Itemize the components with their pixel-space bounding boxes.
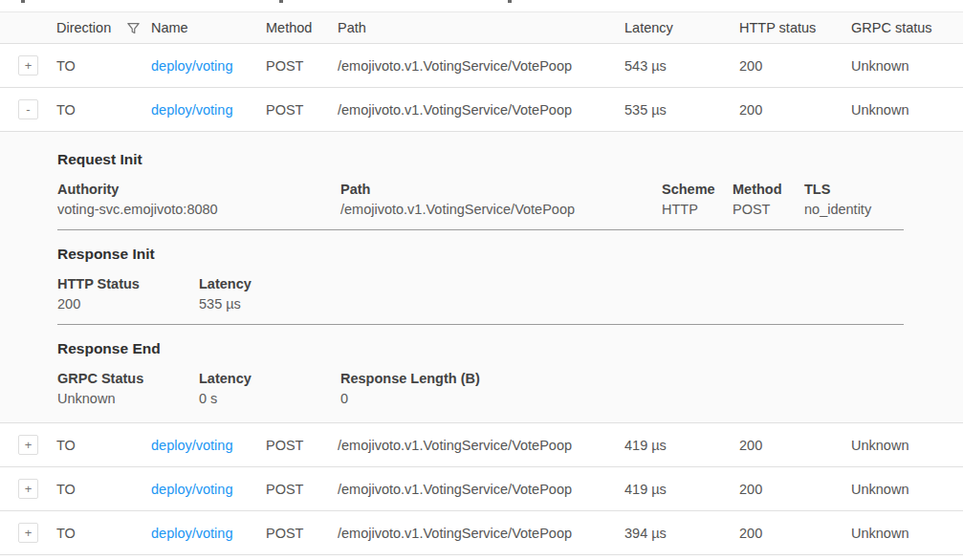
tap-results-page: Direction Name Method Path Latency HTTP …	[0, 0, 963, 560]
field-http-status: HTTP Status 200	[57, 276, 199, 312]
expander-cell: -	[0, 99, 56, 119]
grpc-status-cell: Unknown	[851, 102, 963, 118]
section-title: Response Init	[57, 246, 904, 263]
row-detail-panel: Request Init Authority voting-svc.emojiv…	[0, 132, 963, 423]
field-grpc-status: GRPC Status Unknown	[57, 371, 199, 406]
field-label: GRPC Status	[57, 371, 199, 386]
table-row: + TO deploy/voting POST /emojivoto.v1.Vo…	[0, 467, 963, 511]
clipped-glyph	[508, 0, 512, 3]
field-label: Authority	[57, 182, 340, 197]
field-authority: Authority voting-svc.emojivoto:8080	[57, 182, 340, 217]
http-status-cell: 200	[739, 102, 851, 118]
field-path: Path /emojivoto.v1.VotingService/VotePoo…	[340, 182, 662, 217]
field-label: HTTP Status	[57, 276, 199, 291]
clipped-glyph	[21, 0, 25, 3]
path-cell: /emojivoto.v1.VotingService/VotePoop	[338, 58, 624, 74]
direction-cell: TO	[56, 438, 151, 453]
field-tls: TLS no_identity	[804, 182, 904, 217]
field-label: Latency	[199, 371, 340, 386]
resource-link[interactable]: deploy/voting	[151, 438, 232, 453]
table-header-row: Direction Name Method Path Latency HTTP …	[0, 11, 963, 44]
field-label: TLS	[804, 182, 904, 197]
latency-cell: 419 µs	[624, 438, 739, 453]
table-row: + TO deploy/voting POST /emojivoto.v1.Vo…	[0, 44, 963, 88]
expander-cell: +	[0, 479, 56, 499]
field-response-length: Response Length (B) 0	[340, 371, 904, 406]
resource-link[interactable]: deploy/voting	[151, 58, 232, 74]
http-status-cell: 200	[739, 58, 851, 74]
column-header-direction-label: Direction	[56, 20, 111, 35]
expander-cell: +	[0, 523, 56, 543]
column-header-latency: Latency	[624, 20, 739, 35]
field-value: 535 µs	[199, 296, 904, 312]
column-header-direction: Direction	[56, 20, 151, 35]
field-value: voting-svc.emojivoto:8080	[57, 202, 340, 217]
path-cell: /emojivoto.v1.VotingService/VotePoop	[338, 526, 624, 541]
expand-row-button[interactable]: +	[18, 55, 38, 75]
field-label: Method	[733, 182, 804, 197]
latency-cell: 394 µs	[624, 526, 739, 541]
http-status-cell: 200	[739, 438, 851, 453]
method-cell: POST	[266, 102, 338, 118]
latency-cell: 535 µs	[624, 102, 739, 118]
table-row-expanded: - TO deploy/voting POST /emojivoto.v1.Vo…	[0, 88, 963, 132]
grpc-status-cell: Unknown	[851, 482, 963, 497]
method-cell: POST	[266, 526, 338, 541]
direction-cell: TO	[56, 58, 151, 74]
resource-link[interactable]: deploy/voting	[151, 482, 232, 497]
clipped-glyph	[279, 0, 283, 3]
table-row: + TO deploy/voting POST /emojivoto.v1.Vo…	[0, 423, 963, 467]
section-title: Request Init	[57, 151, 904, 168]
path-cell: /emojivoto.v1.VotingService/VotePoop	[338, 102, 624, 118]
field-value: HTTP	[662, 202, 733, 217]
field-latency: Latency 0 s	[199, 371, 340, 406]
column-header-http-status: HTTP status	[739, 20, 851, 35]
request-init-section: Request Init Authority voting-svc.emojiv…	[57, 151, 904, 230]
section-title: Response End	[57, 340, 904, 357]
resource-link[interactable]: deploy/voting	[151, 102, 232, 118]
field-value: /emojivoto.v1.VotingService/VotePoop	[340, 202, 662, 217]
field-value: Unknown	[57, 391, 199, 406]
column-header-grpc-status: GRPC status	[851, 20, 963, 35]
expand-row-button[interactable]: +	[18, 523, 38, 543]
field-value: 200	[57, 296, 199, 312]
direction-cell: TO	[56, 482, 151, 497]
column-header-path: Path	[338, 20, 624, 35]
latency-cell: 419 µs	[624, 482, 739, 497]
method-cell: POST	[266, 482, 338, 497]
expand-row-button[interactable]: +	[18, 479, 38, 499]
direction-cell: TO	[56, 102, 151, 118]
expand-row-button[interactable]: +	[18, 435, 38, 455]
table-row: + TO deploy/voting POST /emojivoto.v1.Vo…	[0, 511, 963, 555]
clipped-text-above	[0, 0, 963, 11]
grpc-status-cell: Unknown	[851, 526, 963, 541]
field-label: Response Length (B)	[340, 371, 904, 386]
field-label: Latency	[199, 276, 904, 291]
method-cell: POST	[266, 438, 338, 453]
expander-cell: +	[0, 55, 56, 75]
http-status-cell: 200	[739, 482, 851, 497]
latency-cell: 543 µs	[624, 58, 739, 74]
field-method: Method POST	[733, 182, 804, 217]
field-value: 0 s	[199, 391, 340, 406]
response-end-section: Response End GRPC Status Unknown Latency…	[57, 340, 904, 419]
http-status-cell: 200	[739, 526, 851, 541]
method-cell: POST	[266, 58, 338, 74]
field-value: 0	[340, 391, 904, 406]
path-cell: /emojivoto.v1.VotingService/VotePoop	[338, 482, 624, 497]
direction-cell: TO	[56, 526, 151, 541]
field-value: no_identity	[804, 202, 904, 217]
collapse-row-button[interactable]: -	[18, 99, 38, 119]
column-header-method: Method	[266, 20, 338, 35]
field-label: Scheme	[662, 182, 733, 197]
expander-cell: +	[0, 435, 56, 455]
field-scheme: Scheme HTTP	[662, 182, 733, 217]
response-init-section: Response Init HTTP Status 200 Latency 53…	[57, 246, 904, 325]
grpc-status-cell: Unknown	[851, 58, 963, 74]
resource-link[interactable]: deploy/voting	[151, 526, 232, 541]
column-header-name: Name	[151, 20, 266, 35]
filter-icon[interactable]	[126, 21, 141, 35]
path-cell: /emojivoto.v1.VotingService/VotePoop	[338, 438, 624, 453]
field-label: Path	[340, 182, 662, 197]
grpc-status-cell: Unknown	[851, 438, 963, 453]
